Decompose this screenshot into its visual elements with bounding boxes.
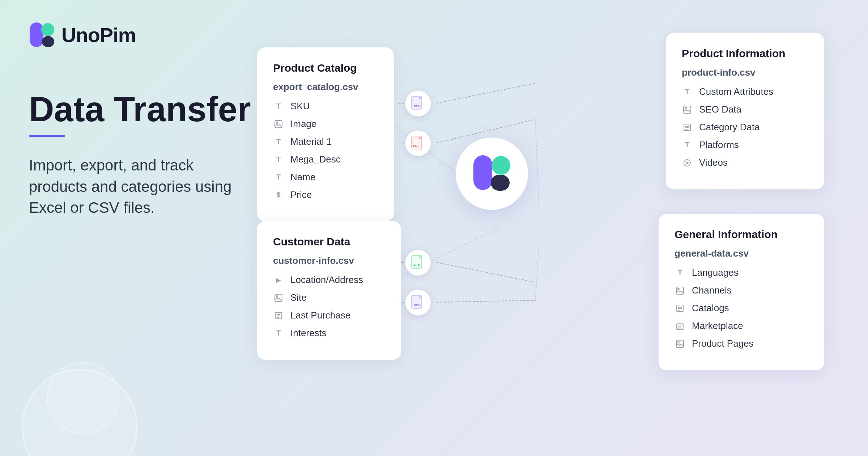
category-data-label: Category Data bbox=[699, 122, 760, 133]
text-icon-sku: T bbox=[273, 101, 284, 112]
general-item-channels: Channels bbox=[675, 285, 808, 296]
svg-point-22 bbox=[492, 156, 510, 175]
catalog-item-sku: T SKU bbox=[273, 101, 378, 112]
product-catalog-title: Product Catalog bbox=[273, 62, 378, 74]
general-info-filename: general-data.csv bbox=[675, 248, 808, 259]
general-item-product-pages: Product Pages bbox=[675, 338, 808, 349]
store-icon bbox=[675, 321, 685, 332]
product-info-title: Product Information bbox=[682, 47, 808, 60]
text-icon-megadesc: T bbox=[273, 154, 284, 165]
svg-rect-21 bbox=[473, 155, 492, 190]
logo-area: UnoPim bbox=[29, 22, 275, 48]
svg-point-33 bbox=[276, 296, 278, 297]
catalog-item-name: T Name bbox=[273, 172, 378, 183]
logo-icon bbox=[29, 22, 55, 48]
customer-item-interests: T Interests bbox=[273, 328, 385, 339]
image-icon-site bbox=[273, 292, 284, 303]
badge-xls: XLS bbox=[405, 250, 431, 276]
info-item-category: Category Data bbox=[682, 122, 808, 133]
heading-underline bbox=[29, 135, 65, 137]
svg-point-25 bbox=[685, 107, 686, 109]
brand-name: UnoPim bbox=[61, 23, 136, 47]
svg-rect-42 bbox=[676, 287, 684, 294]
dollar-icon: $ bbox=[273, 190, 284, 200]
info-item-platforms: T Platforms bbox=[682, 139, 808, 151]
image-icon-seo bbox=[682, 104, 693, 115]
info-item-custom-attributes: T Custom Attributes bbox=[682, 86, 808, 97]
image-icon-pp bbox=[675, 338, 685, 349]
svg-point-16 bbox=[276, 122, 278, 123]
svg-text:CSV: CSV bbox=[414, 104, 421, 108]
svg-line-14 bbox=[535, 246, 539, 300]
svg-marker-31 bbox=[686, 161, 689, 164]
doc-icon-cat bbox=[682, 122, 693, 133]
badge-csv-bottom: CSV bbox=[405, 290, 431, 316]
center-logo-circle bbox=[456, 138, 528, 210]
custom-attributes-label: Custom Attributes bbox=[699, 86, 773, 97]
text-icon-name: T bbox=[273, 172, 284, 183]
svg-line-8 bbox=[437, 262, 535, 282]
svg-rect-2 bbox=[42, 36, 54, 47]
svg-text:XLS: XLS bbox=[413, 263, 420, 267]
svg-line-13 bbox=[535, 119, 539, 206]
svg-point-50 bbox=[678, 342, 679, 343]
svg-rect-23 bbox=[491, 175, 510, 191]
customer-item-site: Site bbox=[273, 292, 385, 303]
diagram-section: Product Catalog export_catalog.csv T SKU… bbox=[246, 18, 854, 438]
general-item-marketplace: Marketplace bbox=[675, 320, 808, 332]
text-icon-ca: T bbox=[682, 86, 693, 97]
text-icon-int: T bbox=[273, 328, 284, 339]
badge-pdf: PDF bbox=[405, 130, 431, 156]
svg-rect-0 bbox=[30, 22, 43, 47]
catalog-item-material: T Material 1 bbox=[273, 136, 378, 147]
product-info-filename: product-info.csv bbox=[682, 67, 808, 78]
customer-item-lastpurchase: Last Purchase bbox=[273, 310, 385, 321]
last-purchase-label: Last Purchase bbox=[290, 310, 350, 321]
svg-point-43 bbox=[678, 288, 679, 290]
main-heading: Data Transfer bbox=[29, 91, 275, 128]
image-icon-chan bbox=[675, 285, 685, 296]
catalog-item-megadesc: T Mega_Desc bbox=[273, 154, 378, 165]
svg-line-10 bbox=[437, 300, 535, 302]
general-item-languages: T Languages bbox=[675, 267, 808, 278]
product-catalog-card: Product Catalog export_catalog.csv T SKU… bbox=[257, 47, 394, 222]
svg-rect-24 bbox=[684, 106, 691, 113]
product-info-card: Product Information product-info.csv T C… bbox=[665, 33, 825, 190]
badge-csv-top: CSV bbox=[405, 90, 431, 117]
text-icon-lang: T bbox=[675, 267, 685, 278]
arrow-icon-loc: ▶ bbox=[273, 275, 284, 286]
customer-data-title: Customer Data bbox=[273, 236, 385, 248]
hero-description: Import, export, and trackproducts and ca… bbox=[29, 155, 275, 219]
info-item-seo: SEO Data bbox=[682, 104, 808, 115]
platforms-label: Platforms bbox=[699, 139, 739, 151]
svg-point-1 bbox=[41, 23, 54, 36]
general-info-card: General Information general-data.csv T L… bbox=[658, 214, 825, 371]
customer-data-filename: customer-info.csv bbox=[273, 255, 385, 266]
svg-rect-48 bbox=[679, 327, 681, 329]
svg-rect-32 bbox=[275, 294, 282, 301]
svg-text:PDF: PDF bbox=[413, 144, 420, 148]
customer-item-location: ▶ Location/Address bbox=[273, 274, 385, 286]
product-catalog-filename: export_catalog.csv bbox=[273, 81, 378, 93]
general-info-title: General Information bbox=[675, 228, 808, 241]
product-pages-label: Product Pages bbox=[692, 338, 754, 349]
play-icon bbox=[682, 157, 693, 168]
svg-rect-49 bbox=[676, 340, 684, 347]
svg-text:CSV: CSV bbox=[414, 303, 421, 307]
doc-icon-cat2 bbox=[675, 303, 685, 314]
text-icon-material: T bbox=[273, 136, 284, 147]
marketplace-label: Marketplace bbox=[692, 320, 743, 332]
customer-data-card: Customer Data customer-info.csv ▶ Locati… bbox=[257, 221, 401, 360]
svg-line-4 bbox=[437, 83, 535, 103]
left-section: UnoPim Data Transfer Import, export, and… bbox=[29, 22, 275, 219]
catalog-item-price: $ Price bbox=[273, 189, 378, 200]
svg-rect-15 bbox=[275, 121, 282, 128]
info-item-videos: Videos bbox=[682, 157, 808, 168]
general-item-catalogs: Catalogs bbox=[675, 303, 808, 314]
text-icon-plat: T bbox=[682, 140, 693, 151]
bg-decoration-2 bbox=[47, 362, 119, 434]
interests-label: Interests bbox=[290, 328, 327, 339]
catalog-item-image: Image bbox=[273, 118, 378, 130]
image-icon-img bbox=[273, 119, 284, 130]
doc-icon-lp bbox=[273, 310, 284, 321]
